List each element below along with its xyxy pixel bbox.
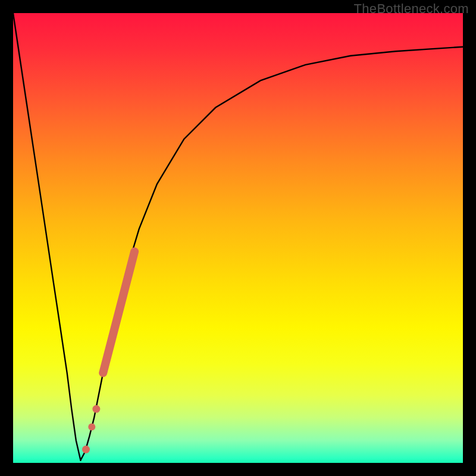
curve-left-branch bbox=[13, 13, 80, 461]
marker-segment bbox=[103, 252, 134, 373]
marker-dot-1 bbox=[92, 405, 100, 413]
plot-area bbox=[13, 13, 463, 463]
marker-dot-3 bbox=[82, 446, 90, 453]
chart-svg bbox=[13, 13, 463, 463]
marker-dot-2 bbox=[88, 424, 95, 431]
watermark-text: TheBottleneck.com bbox=[354, 1, 469, 17]
chart-frame: TheBottleneck.com bbox=[0, 0, 476, 476]
